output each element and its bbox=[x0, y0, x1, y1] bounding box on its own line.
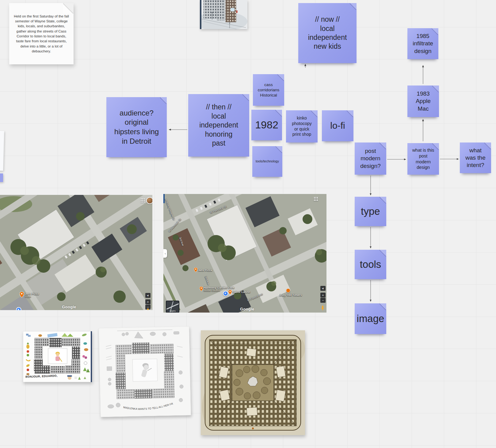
sticky-note-tools[interactable]: tools bbox=[355, 250, 386, 279]
illustration-bonjour-eduardo[interactable]: BONJOUR, EDUARDO, bbox=[23, 331, 92, 382]
sticky-note-cass-corridorians[interactable]: cass corridorians Historical bbox=[253, 74, 284, 106]
illustration-city-corner[interactable] bbox=[200, 0, 247, 29]
sticky-note-then[interactable]: // then // local independent honoring pa… bbox=[188, 94, 249, 157]
layers-label: Layers bbox=[166, 310, 179, 312]
layers-toggle[interactable]: Layers bbox=[166, 301, 179, 313]
sticky-note-lofi[interactable]: lo-fi bbox=[322, 110, 353, 141]
collapse-panel-button[interactable]: ‹ bbox=[163, 249, 167, 258]
sticky-note-tools-technology[interactable]: tools/technology bbox=[252, 146, 282, 177]
sticky-note-audience[interactable]: audience? original hipsters living in De… bbox=[106, 97, 167, 157]
poi-label: Harmony Garden Cafe bbox=[204, 286, 234, 289]
pegman-icon[interactable] bbox=[146, 308, 150, 310]
illustration-madlenka[interactable]: MADLENKA WANTS TO TELL ALL HER FRIENDS bbox=[99, 326, 191, 417]
transit-photo-icon[interactable] bbox=[223, 291, 228, 296]
location-arrow-icon: ➤ bbox=[146, 293, 150, 297]
poi-marker-jolly-old-timers[interactable]: Jolly Old Timers bbox=[279, 293, 302, 297]
map-satellite-2[interactable]: W Hancock St W Hancock St Anthony Wayne … bbox=[163, 194, 326, 313]
sticky-note-1983-apple-mac[interactable]: 1983 Apple Mac bbox=[407, 85, 439, 117]
restaurant-pin-icon bbox=[228, 290, 232, 294]
google-watermark: Google bbox=[240, 307, 254, 311]
satellite-imagery-2 bbox=[163, 194, 326, 313]
zoom-out-button[interactable]: − bbox=[320, 298, 326, 303]
my-location-button[interactable]: ➤ bbox=[320, 286, 326, 291]
sticky-note-what-was-the-intent[interactable]: what was the intent? bbox=[460, 142, 491, 173]
poi-label: Jets Pizza bbox=[25, 292, 39, 295]
map-satellite-1[interactable]: Jets Pizza Pizza Google ➤ + − bbox=[0, 195, 152, 310]
account-avatar[interactable] bbox=[146, 197, 152, 204]
city-corner-drawing bbox=[200, 0, 247, 29]
sticky-note-now[interactable]: // now // local independent new kids bbox=[298, 3, 357, 63]
poi-marker-jets-pizza[interactable]: Jets Pizza Pizza bbox=[25, 292, 39, 298]
my-location-button[interactable]: ➤ bbox=[145, 293, 151, 298]
apps-grid-icon[interactable] bbox=[140, 198, 145, 203]
sticky-note-1985-infiltrate[interactable]: 1985 infiltrate design bbox=[407, 28, 438, 59]
zoom-in-button[interactable]: + bbox=[320, 293, 326, 298]
location-arrow-icon: ➤ bbox=[321, 286, 325, 290]
whiteboard-canvas: Held on the first Saturday of the fall s… bbox=[0, 0, 496, 448]
restaurant-pin-icon bbox=[200, 287, 203, 291]
sticky-note-what-is-this[interactable]: what is this post modern design bbox=[407, 143, 439, 175]
restaurant-pin-icon bbox=[194, 268, 197, 272]
google-watermark: Google bbox=[62, 305, 76, 309]
sticky-note-post-modern-design[interactable]: post modern design? bbox=[355, 142, 386, 175]
illustration-courtyard-etching[interactable] bbox=[201, 330, 305, 435]
courtyard-drawing bbox=[201, 330, 305, 435]
note-event-text: Held on the first Saturday of the fall s… bbox=[9, 14, 74, 54]
sticky-note-1982[interactable]: 1982 bbox=[251, 110, 282, 140]
poi-sublabel: Pizza bbox=[25, 295, 39, 298]
cafe-pin-icon bbox=[286, 288, 290, 293]
restaurant-pin-icon bbox=[20, 292, 24, 298]
sticky-note-kinko[interactable]: kinko photocopy or quick print shop bbox=[286, 110, 318, 142]
pegman-icon[interactable] bbox=[321, 306, 324, 310]
poi-marker-jets-pizza-2[interactable]: Jets Pizza bbox=[198, 268, 212, 272]
sticky-note-offscreen-purple[interactable] bbox=[0, 173, 3, 182]
sticky-note-type[interactable]: type bbox=[355, 197, 386, 226]
note-event-description[interactable]: Held on the first Saturday of the fall s… bbox=[9, 3, 74, 64]
madlenka-drawing: MADLENKA WANTS TO TELL ALL HER FRIENDS bbox=[99, 326, 191, 417]
zoom-in-button[interactable]: + bbox=[145, 299, 151, 304]
apps-grid-icon[interactable] bbox=[314, 197, 318, 201]
sticky-note-image[interactable]: image bbox=[355, 303, 386, 334]
poi-marker-sabor-latino[interactable]: Sabor Latino bbox=[232, 290, 250, 294]
sticky-note-offscreen-white[interactable] bbox=[0, 131, 4, 171]
